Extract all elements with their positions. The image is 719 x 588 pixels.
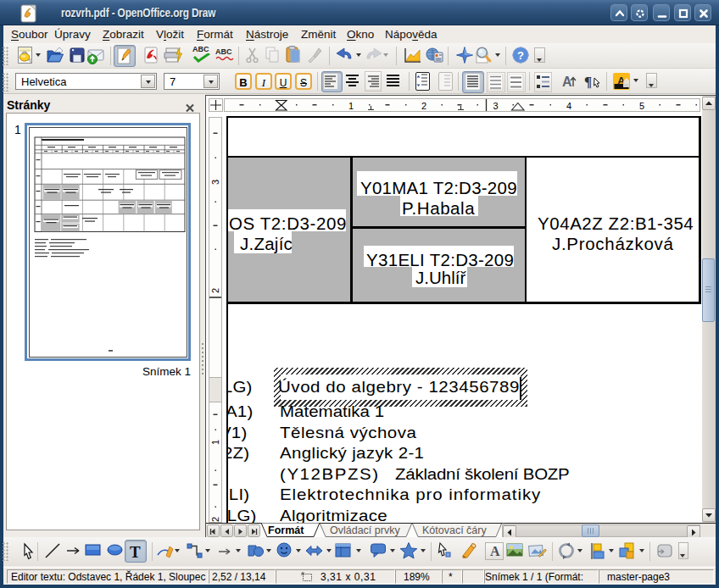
svg-text:A: A xyxy=(490,544,500,558)
svg-text:1: 1 xyxy=(210,440,220,445)
svg-text:3: 3 xyxy=(493,101,498,111)
svg-text:4: 4 xyxy=(566,101,571,111)
svg-text:¶: ¶ xyxy=(584,74,592,90)
svg-text:2: 2 xyxy=(210,288,220,293)
svg-text:A: A xyxy=(562,75,572,89)
svg-text:2: 2 xyxy=(421,101,426,111)
svg-text:?: ? xyxy=(517,49,524,62)
svg-text:1: 1 xyxy=(348,101,354,111)
svg-text:Ovládací prvky: Ovládací prvky xyxy=(330,524,400,536)
svg-text:Kótovací čáry: Kótovací čáry xyxy=(422,524,487,536)
svg-text:5: 5 xyxy=(639,101,644,111)
svg-text:3: 3 xyxy=(210,180,220,185)
svg-text:Formát: Formát xyxy=(268,524,304,536)
svg-text:2: 2 xyxy=(210,517,220,522)
